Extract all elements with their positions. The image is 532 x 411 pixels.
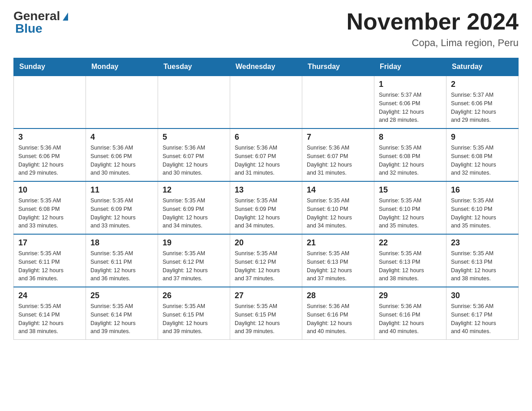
- title-block: November 2024 Copa, Lima region, Peru: [347, 9, 519, 49]
- day-number: 15: [379, 185, 442, 195]
- col-header-wednesday: Wednesday: [230, 58, 302, 76]
- col-header-tuesday: Tuesday: [158, 58, 230, 76]
- day-number: 18: [90, 238, 153, 248]
- day-cell: 21Sunrise: 5:35 AMSunset: 6:13 PMDayligh…: [302, 234, 374, 287]
- day-cell: 18Sunrise: 5:35 AMSunset: 6:11 PMDayligh…: [86, 234, 158, 287]
- col-header-monday: Monday: [86, 58, 158, 76]
- day-number: 7: [307, 133, 369, 142]
- week-row-3: 10Sunrise: 5:35 AMSunset: 6:08 PMDayligh…: [14, 181, 519, 234]
- day-number: 26: [163, 291, 225, 300]
- day-cell: 28Sunrise: 5:36 AMSunset: 6:16 PMDayligh…: [302, 287, 374, 340]
- week-row-2: 3Sunrise: 5:36 AMSunset: 6:06 PMDaylight…: [14, 128, 519, 181]
- day-cell: 16Sunrise: 5:35 AMSunset: 6:10 PMDayligh…: [446, 181, 519, 234]
- day-info: Sunrise: 5:36 AMSunset: 6:17 PMDaylight:…: [451, 302, 514, 336]
- day-cell: [230, 76, 302, 128]
- day-cell: 11Sunrise: 5:35 AMSunset: 6:09 PMDayligh…: [86, 181, 158, 234]
- day-number: 30: [451, 291, 514, 300]
- day-number: 17: [18, 238, 81, 248]
- day-cell: 14Sunrise: 5:35 AMSunset: 6:10 PMDayligh…: [302, 181, 374, 234]
- week-row-4: 17Sunrise: 5:35 AMSunset: 6:11 PMDayligh…: [14, 234, 519, 287]
- day-number: 16: [451, 185, 514, 195]
- day-number: 5: [163, 133, 225, 142]
- day-info: Sunrise: 5:35 AMSunset: 6:14 PMDaylight:…: [18, 302, 81, 336]
- day-number: 28: [307, 291, 369, 300]
- day-cell: 1Sunrise: 5:37 AMSunset: 6:06 PMDaylight…: [374, 76, 446, 128]
- day-number: 4: [90, 133, 153, 142]
- day-cell: 10Sunrise: 5:35 AMSunset: 6:08 PMDayligh…: [14, 181, 86, 234]
- col-header-saturday: Saturday: [446, 58, 519, 76]
- day-number: 24: [18, 291, 81, 300]
- col-header-thursday: Thursday: [302, 58, 374, 76]
- day-cell: 26Sunrise: 5:35 AMSunset: 6:15 PMDayligh…: [158, 287, 230, 340]
- day-number: 6: [235, 133, 297, 142]
- day-cell: 25Sunrise: 5:35 AMSunset: 6:14 PMDayligh…: [86, 287, 158, 340]
- day-info: Sunrise: 5:35 AMSunset: 6:08 PMDaylight:…: [18, 197, 81, 230]
- day-cell: 5Sunrise: 5:36 AMSunset: 6:07 PMDaylight…: [158, 128, 230, 181]
- day-info: Sunrise: 5:35 AMSunset: 6:12 PMDaylight:…: [235, 249, 297, 283]
- day-info: Sunrise: 5:36 AMSunset: 6:07 PMDaylight:…: [163, 144, 225, 177]
- day-cell: 7Sunrise: 5:36 AMSunset: 6:07 PMDaylight…: [302, 128, 374, 181]
- day-number: 13: [235, 185, 297, 195]
- day-cell: 24Sunrise: 5:35 AMSunset: 6:14 PMDayligh…: [14, 287, 86, 340]
- day-cell: [158, 76, 230, 128]
- day-info: Sunrise: 5:35 AMSunset: 6:08 PMDaylight:…: [379, 144, 442, 177]
- day-info: Sunrise: 5:35 AMSunset: 6:14 PMDaylight:…: [90, 302, 153, 336]
- location-title: Copa, Lima region, Peru: [347, 37, 519, 49]
- day-cell: 20Sunrise: 5:35 AMSunset: 6:12 PMDayligh…: [230, 234, 302, 287]
- day-cell: 15Sunrise: 5:35 AMSunset: 6:10 PMDayligh…: [374, 181, 446, 234]
- day-info: Sunrise: 5:35 AMSunset: 6:09 PMDaylight:…: [163, 197, 225, 230]
- day-info: Sunrise: 5:35 AMSunset: 6:11 PMDaylight:…: [90, 249, 153, 283]
- day-cell: 22Sunrise: 5:35 AMSunset: 6:13 PMDayligh…: [374, 234, 446, 287]
- day-number: 21: [307, 238, 369, 248]
- day-number: 14: [307, 185, 369, 195]
- day-info: Sunrise: 5:35 AMSunset: 6:11 PMDaylight:…: [18, 249, 81, 283]
- day-info: Sunrise: 5:35 AMSunset: 6:08 PMDaylight:…: [451, 144, 514, 177]
- day-info: Sunrise: 5:35 AMSunset: 6:15 PMDaylight:…: [163, 302, 225, 336]
- day-number: 1: [379, 80, 442, 89]
- day-number: 27: [235, 291, 297, 300]
- logo-triangle-icon: [63, 13, 68, 21]
- day-number: 11: [90, 185, 153, 195]
- day-cell: [86, 76, 158, 128]
- day-cell: 19Sunrise: 5:35 AMSunset: 6:12 PMDayligh…: [158, 234, 230, 287]
- day-cell: 29Sunrise: 5:36 AMSunset: 6:16 PMDayligh…: [374, 287, 446, 340]
- day-info: Sunrise: 5:36 AMSunset: 6:16 PMDaylight:…: [307, 302, 369, 336]
- day-number: 20: [235, 238, 297, 248]
- day-cell: 9Sunrise: 5:35 AMSunset: 6:08 PMDaylight…: [446, 128, 519, 181]
- day-number: 29: [379, 291, 442, 300]
- day-cell: 12Sunrise: 5:35 AMSunset: 6:09 PMDayligh…: [158, 181, 230, 234]
- week-row-1: 1Sunrise: 5:37 AMSunset: 6:06 PMDaylight…: [14, 76, 519, 128]
- col-header-sunday: Sunday: [14, 58, 86, 76]
- day-number: 10: [18, 185, 81, 195]
- calendar-header-row: SundayMondayTuesdayWednesdayThursdayFrid…: [14, 58, 519, 76]
- day-number: 2: [451, 80, 514, 89]
- day-number: 22: [379, 238, 442, 248]
- logo-blue-text: Blue: [15, 21, 43, 36]
- day-cell: 6Sunrise: 5:36 AMSunset: 6:07 PMDaylight…: [230, 128, 302, 181]
- day-cell: [14, 76, 86, 128]
- day-info: Sunrise: 5:35 AMSunset: 6:10 PMDaylight:…: [451, 197, 514, 230]
- day-cell: 4Sunrise: 5:36 AMSunset: 6:06 PMDaylight…: [86, 128, 158, 181]
- day-cell: 13Sunrise: 5:35 AMSunset: 6:09 PMDayligh…: [230, 181, 302, 234]
- day-cell: 27Sunrise: 5:35 AMSunset: 6:15 PMDayligh…: [230, 287, 302, 340]
- day-number: 12: [163, 185, 225, 195]
- day-cell: 3Sunrise: 5:36 AMSunset: 6:06 PMDaylight…: [14, 128, 86, 181]
- calendar-table: SundayMondayTuesdayWednesdayThursdayFrid…: [13, 58, 519, 340]
- day-number: 19: [163, 238, 225, 248]
- day-info: Sunrise: 5:35 AMSunset: 6:09 PMDaylight:…: [90, 197, 153, 230]
- day-info: Sunrise: 5:35 AMSunset: 6:15 PMDaylight:…: [235, 302, 297, 336]
- day-cell: 30Sunrise: 5:36 AMSunset: 6:17 PMDayligh…: [446, 287, 519, 340]
- day-number: 25: [90, 291, 153, 300]
- day-info: Sunrise: 5:36 AMSunset: 6:06 PMDaylight:…: [90, 144, 153, 177]
- day-cell: 8Sunrise: 5:35 AMSunset: 6:08 PMDaylight…: [374, 128, 446, 181]
- logo: General Blue: [13, 9, 68, 36]
- day-info: Sunrise: 5:36 AMSunset: 6:07 PMDaylight:…: [307, 144, 369, 177]
- day-info: Sunrise: 5:36 AMSunset: 6:07 PMDaylight:…: [235, 144, 297, 177]
- day-info: Sunrise: 5:35 AMSunset: 6:13 PMDaylight:…: [307, 249, 369, 283]
- week-row-5: 24Sunrise: 5:35 AMSunset: 6:14 PMDayligh…: [14, 287, 519, 340]
- day-info: Sunrise: 5:35 AMSunset: 6:13 PMDaylight:…: [451, 249, 514, 283]
- day-info: Sunrise: 5:36 AMSunset: 6:16 PMDaylight:…: [379, 302, 442, 336]
- page-header: General Blue November 2024 Copa, Lima re…: [13, 9, 519, 49]
- day-info: Sunrise: 5:35 AMSunset: 6:12 PMDaylight:…: [163, 249, 225, 283]
- col-header-friday: Friday: [374, 58, 446, 76]
